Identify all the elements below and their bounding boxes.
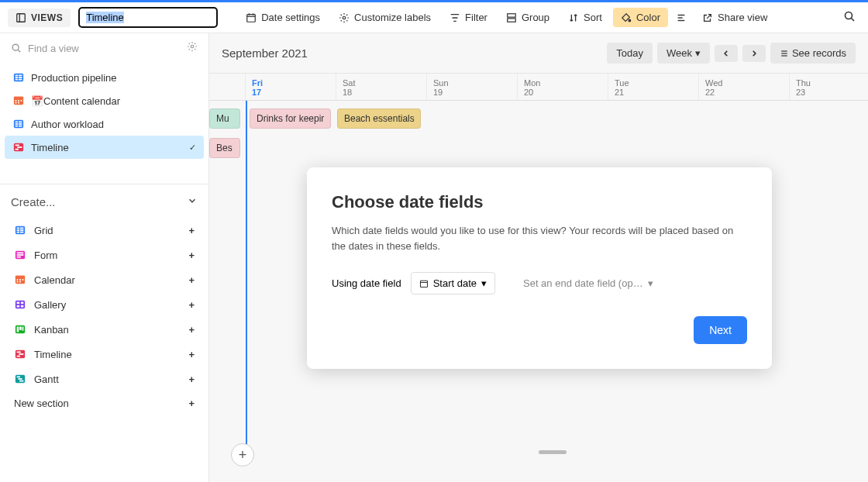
svg-rect-51 xyxy=(17,253,24,254)
create-form[interactable]: Form+ xyxy=(11,243,198,267)
day-column: Wed22 xyxy=(699,74,790,100)
svg-rect-29 xyxy=(21,100,22,102)
svg-rect-69 xyxy=(22,327,24,331)
create-label: Timeline xyxy=(34,349,72,360)
next-button[interactable] xyxy=(742,45,766,62)
plus-icon: + xyxy=(188,225,195,236)
color-button[interactable]: Color xyxy=(613,8,668,27)
create-label: Gallery xyxy=(34,299,66,311)
see-records-button[interactable]: See records xyxy=(770,43,856,64)
gear-icon xyxy=(339,12,350,23)
svg-rect-30 xyxy=(16,102,17,104)
chevron-down-icon xyxy=(187,195,198,208)
share-icon xyxy=(702,12,713,23)
day-column: Sat18 xyxy=(336,74,427,100)
svg-rect-77 xyxy=(19,380,23,382)
create-timeline[interactable]: Timeline+ xyxy=(11,342,198,367)
timeline-record[interactable]: Drinks for keepir xyxy=(250,108,331,129)
plus-icon: + xyxy=(188,374,195,385)
svg-rect-76 xyxy=(18,378,22,380)
start-date-select[interactable]: Start date ▾ xyxy=(411,272,495,294)
svg-rect-60 xyxy=(19,281,21,283)
timeline-record[interactable]: Mu xyxy=(209,108,240,129)
sort-button[interactable]: Sort xyxy=(560,8,610,27)
svg-rect-7 xyxy=(508,13,516,16)
svg-rect-57 xyxy=(19,279,21,281)
svg-rect-19 xyxy=(16,75,19,77)
create-calendar[interactable]: Calendar+ xyxy=(11,267,198,292)
sidebar: Production pipeline📅Content calendarAuth… xyxy=(0,33,209,482)
sidebar-item-timeline[interactable]: Timeline✓ xyxy=(5,136,204,159)
svg-rect-46 xyxy=(17,229,20,231)
svg-rect-31 xyxy=(18,102,19,104)
svg-rect-37 xyxy=(16,126,19,127)
sidebar-item-author-workload[interactable]: Author workload xyxy=(5,112,204,136)
plus-icon: + xyxy=(188,324,195,336)
search-button[interactable] xyxy=(839,5,860,30)
create-label: Grid xyxy=(34,225,53,236)
range-select[interactable]: Week ▾ xyxy=(657,43,710,64)
svg-rect-55 xyxy=(16,276,25,278)
day-column: Sun19 xyxy=(427,74,518,100)
svg-rect-52 xyxy=(17,254,24,256)
svg-rect-21 xyxy=(16,77,19,78)
create-gantt[interactable]: Gantt+ xyxy=(11,367,198,391)
modal-next-button[interactable]: Next xyxy=(694,316,747,344)
svg-rect-0 xyxy=(17,13,26,22)
view-name-input[interactable] xyxy=(78,7,218,28)
view-label: Production pipeline xyxy=(31,72,117,84)
chevron-right-icon xyxy=(750,50,758,57)
create-section-toggle[interactable]: Create... xyxy=(11,195,198,208)
filter-icon xyxy=(450,12,460,23)
create-gallery[interactable]: Gallery+ xyxy=(11,292,198,317)
svg-rect-64 xyxy=(17,305,20,308)
create-label: Gantt xyxy=(34,374,59,385)
day-column: Mon20 xyxy=(518,74,608,100)
create-kanban[interactable]: Kanban+ xyxy=(11,317,198,342)
views-settings-icon[interactable] xyxy=(187,41,198,55)
search-icon xyxy=(843,10,856,22)
today-button[interactable]: Today xyxy=(607,43,653,64)
create-grid[interactable]: Grid+ xyxy=(11,218,198,243)
svg-point-6 xyxy=(343,16,346,19)
plus-icon: + xyxy=(188,250,195,261)
row-height-icon xyxy=(676,12,687,23)
add-record-button[interactable]: + xyxy=(231,443,254,467)
find-view-input[interactable] xyxy=(28,43,181,54)
svg-point-13 xyxy=(846,12,852,19)
scroll-handle[interactable] xyxy=(539,450,567,454)
svg-rect-71 xyxy=(17,352,21,353)
filter-button[interactable]: Filter xyxy=(442,8,495,27)
sidebar-item-production-pipeline[interactable]: Production pipeline xyxy=(5,66,204,89)
prev-button[interactable] xyxy=(715,45,738,62)
timeline-record[interactable]: Bes xyxy=(209,138,240,158)
modal-title: Choose date fields xyxy=(332,192,747,212)
svg-rect-2 xyxy=(247,14,256,22)
svg-rect-56 xyxy=(17,279,19,281)
plus-icon: + xyxy=(188,398,195,409)
svg-rect-59 xyxy=(17,281,19,283)
sort-icon xyxy=(568,12,579,23)
customize-labels-button[interactable]: Customize labels xyxy=(331,8,439,27)
svg-rect-73 xyxy=(17,356,20,357)
plus-icon: + xyxy=(188,274,195,286)
views-toggle[interactable]: VIEWS xyxy=(8,9,71,27)
views-label: VIEWS xyxy=(31,12,63,23)
create-label: Kanban xyxy=(34,324,69,336)
sidebar-search xyxy=(0,33,208,63)
row-height-button[interactable] xyxy=(671,9,691,27)
end-date-select[interactable]: Set an end date field (op… ▾ xyxy=(523,277,653,289)
create-label: Calendar xyxy=(34,274,75,286)
date-settings-button[interactable]: Date settings xyxy=(238,8,328,27)
chevron-down-icon: ▾ xyxy=(695,47,701,59)
plus-icon: + xyxy=(188,349,195,360)
new-section-button[interactable]: New section + xyxy=(11,391,198,415)
svg-rect-62 xyxy=(17,302,20,305)
svg-rect-34 xyxy=(19,122,22,123)
timeline-record[interactable]: Beach essentials xyxy=(337,108,421,129)
plus-icon: + xyxy=(188,299,195,311)
sidebar-item-content-calendar[interactable]: 📅Content calendar xyxy=(5,89,204,112)
chevron-left-icon xyxy=(722,50,730,57)
share-view-button[interactable]: Share view xyxy=(694,8,775,27)
group-button[interactable]: Group xyxy=(498,8,557,27)
